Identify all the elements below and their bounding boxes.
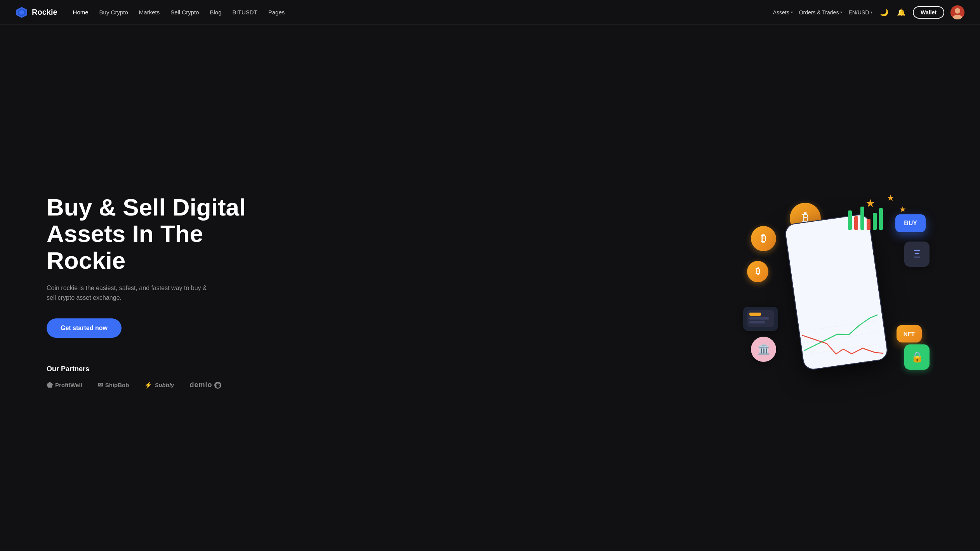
nav-link-pages[interactable]: Pages — [268, 9, 285, 16]
shipbob-icon: ✉ — [98, 381, 103, 389]
subbly-label: Subbly — [155, 382, 174, 388]
svg-line-7 — [803, 332, 880, 343]
bitcoin-symbol-3: ₿ — [756, 266, 760, 276]
bank-card-line — [749, 317, 769, 320]
avatar[interactable] — [950, 5, 964, 19]
orders-trades-dropdown[interactable]: Orders & Trades ▾ — [799, 9, 843, 16]
svg-point-4 — [955, 8, 960, 14]
phone-screen — [785, 214, 888, 370]
profitwell-icon: ⬟ — [47, 381, 53, 389]
lock-security-icon: 🔒 — [904, 344, 930, 370]
bank-card-stripe — [749, 313, 761, 316]
nav-link-sell-crypto[interactable]: Sell Crypto — [170, 9, 199, 16]
candle-2 — [854, 216, 858, 230]
nav-link-home[interactable]: Home — [73, 9, 89, 16]
candle-5 — [873, 213, 877, 230]
nav-right: Assets ▾ Orders & Trades ▾ EN/USD ▾ 🌙 🔔 … — [773, 5, 964, 19]
shipbob-label: ShipBob — [105, 382, 129, 388]
currency-dropdown[interactable]: EN/USD ▾ — [848, 9, 872, 16]
partners-logos: ⬟ ProfitWell ✉ ShipBob ⚡ Subbly demio ◉ — [47, 381, 264, 389]
hero-section: Buy & Sell Digital Assets In The Rockie … — [0, 25, 980, 551]
bitcoin-coin-small: ₿ — [747, 261, 768, 282]
orders-trades-label: Orders & Trades — [799, 9, 839, 16]
candle-3 — [860, 207, 864, 230]
partner-subbly: ⚡ Subbly — [144, 381, 174, 389]
wallet-button[interactable]: Wallet — [913, 6, 944, 19]
eth-card: Ξ — [904, 242, 930, 267]
nav-left: Rockie Home Buy Crypto Markets Sell Cryp… — [16, 6, 285, 19]
eth-symbol: Ξ — [913, 248, 920, 260]
get-started-button[interactable]: Get started now — [47, 318, 122, 338]
brand-name: Rockie — [32, 8, 57, 17]
logo-icon — [16, 6, 28, 19]
nft-card: NFT — [897, 325, 922, 342]
star-icon-2: ★ — [887, 193, 895, 203]
demio-icon: ◉ — [214, 382, 221, 389]
bank-card-line-2 — [749, 321, 765, 323]
bank-card — [743, 307, 778, 331]
partner-shipbob: ✉ ShipBob — [98, 381, 129, 389]
candle-4 — [867, 219, 871, 230]
currency-chevron-icon: ▾ — [871, 10, 872, 14]
nav-link-bitusdt[interactable]: BITUSDT — [233, 9, 257, 16]
partners-heading: Our Partners — [47, 365, 264, 373]
institution-icon: 🏛️ — [751, 337, 776, 362]
assets-label: Assets — [773, 9, 789, 16]
theme-toggle-icon[interactable]: 🌙 — [879, 7, 890, 18]
hero-illustration: ★ ★ ★ ₿ ₿ ₿ — [739, 191, 933, 393]
candle-1 — [848, 210, 852, 230]
phone-device — [784, 213, 889, 371]
hero-subtitle: Coin rockie is the easiest, safest, and … — [47, 283, 210, 303]
candlestick-chart — [848, 207, 883, 230]
navbar: Rockie Home Buy Crypto Markets Sell Cryp… — [0, 0, 980, 25]
assets-dropdown[interactable]: Assets ▾ — [773, 9, 793, 16]
partner-demio: demio ◉ — [189, 381, 221, 389]
bitcoin-symbol-2: ₿ — [761, 233, 766, 245]
nav-link-buy-crypto[interactable]: Buy Crypto — [99, 9, 128, 16]
buy-float-button[interactable]: BUY — [895, 214, 926, 232]
partners-section: Our Partners ⬟ ProfitWell ✉ ShipBob ⚡ Su… — [47, 365, 264, 389]
bitcoin-coin-medium: ₿ — [751, 226, 776, 251]
nav-links: Home Buy Crypto Markets Sell Crypto Blog… — [73, 9, 285, 16]
assets-chevron-icon: ▾ — [791, 10, 793, 14]
logo[interactable]: Rockie — [16, 6, 57, 19]
bank-card-inner — [747, 310, 774, 327]
star-icon-3: ★ — [899, 205, 906, 214]
hero-content: Buy & Sell Digital Assets In The Rockie … — [47, 194, 264, 389]
nav-link-markets[interactable]: Markets — [139, 9, 160, 16]
demio-label: demio — [189, 381, 212, 389]
svg-line-6 — [801, 320, 878, 331]
candle-6 — [879, 208, 883, 230]
profitwell-label: ProfitWell — [55, 382, 82, 388]
partner-profitwell: ⬟ ProfitWell — [47, 381, 82, 389]
currency-label: EN/USD — [848, 9, 869, 16]
orders-chevron-icon: ▾ — [840, 10, 842, 14]
subbly-icon: ⚡ — [144, 381, 152, 389]
nav-link-blog[interactable]: Blog — [210, 9, 222, 16]
hero-title: Buy & Sell Digital Assets In The Rockie — [47, 194, 264, 274]
chart-svg — [800, 309, 883, 366]
notification-bell-icon[interactable]: 🔔 — [896, 7, 907, 18]
